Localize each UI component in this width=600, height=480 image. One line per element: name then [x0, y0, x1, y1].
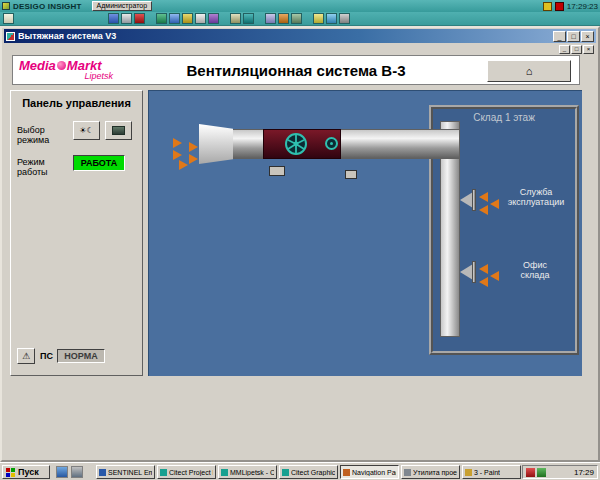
- tray-clock: 17:29: [574, 468, 594, 477]
- fan-impeller-icon[interactable]: [284, 132, 308, 156]
- mdi-strip: _ □ ×: [4, 43, 596, 55]
- taskbar-item-navigation-page[interactable]: Navigation Page: [340, 465, 399, 479]
- page-header: MediaMarkt Lipetsk Вентиляционная систем…: [12, 55, 580, 85]
- alarm-red-icon[interactable]: [555, 2, 564, 11]
- airflow-arrow: [189, 142, 198, 152]
- alarm-warning-icon: ⚠: [22, 351, 30, 361]
- mdi-close-button[interactable]: ×: [583, 45, 594, 54]
- users-icon[interactable]: [278, 13, 289, 24]
- work-mode-indicator: РАБОТА: [73, 155, 125, 171]
- desigo-app-name: DESIGO INSIGHT: [13, 2, 82, 11]
- vent-flange-2: [472, 261, 476, 283]
- app-window: Вытяжная система V3 _ □ × _ □ × MediaMar…: [0, 26, 600, 462]
- control-panel: Панель управления Выбор режима ☀☾ Режим …: [10, 90, 143, 376]
- taskbar-item-project-utility[interactable]: Утилита проекта: [401, 465, 460, 479]
- citect-explorer-icon: [221, 469, 228, 476]
- airflow-arrow: [189, 154, 198, 164]
- close-button[interactable]: ×: [581, 31, 594, 42]
- airflow-arrow: [490, 271, 499, 281]
- airflow-arrow: [479, 192, 488, 202]
- tray-status-icon[interactable]: [537, 468, 546, 477]
- mdi-minimize-button[interactable]: _: [559, 45, 570, 54]
- exit-icon[interactable]: [339, 13, 350, 24]
- settings-icon[interactable]: [291, 13, 302, 24]
- home-icon: ⌂: [526, 65, 533, 77]
- desktop: DESIGO INSIGHT Администратор 17:29:23: [0, 0, 600, 480]
- start-button[interactable]: Пуск: [2, 465, 50, 479]
- log-viewer-icon[interactable]: [156, 13, 167, 24]
- desigo-app-icon: [2, 2, 10, 10]
- sentinel-icon: [99, 469, 106, 476]
- taskbar-item-sentinel[interactable]: SENTINEL Emulator 2007: [96, 465, 155, 479]
- utility-icon: [404, 469, 411, 476]
- duct-sensor-1[interactable]: [269, 166, 285, 176]
- vent1-label: Служба эксплуатации: [496, 187, 576, 208]
- scheduler-icon[interactable]: [182, 13, 193, 24]
- windows-logo-icon: [6, 468, 15, 477]
- status-yellow-icon[interactable]: [543, 2, 552, 11]
- graphics-viewer-icon[interactable]: [243, 13, 254, 24]
- show-desktop-icon[interactable]: [71, 466, 83, 478]
- internet-explorer-icon[interactable]: [56, 466, 68, 478]
- tray-alarm-icon[interactable]: [526, 468, 535, 477]
- database-icon[interactable]: [265, 13, 276, 24]
- alarm-viewer-icon[interactable]: [134, 13, 145, 24]
- taskbar-item-citect-explorer[interactable]: MMLipetsk - Citect Expl...: [218, 465, 277, 479]
- airflow-arrow: [179, 160, 188, 170]
- airflow-arrow: [479, 264, 488, 274]
- sun-moon-icon: ☀☾: [79, 126, 93, 135]
- airflow-arrow: [173, 150, 182, 160]
- help-icon[interactable]: [326, 13, 337, 24]
- airflow-arrow: [173, 138, 182, 148]
- window-title: Вытяжная система V3: [18, 31, 116, 41]
- desigo-title-bar: DESIGO INSIGHT Администратор 17:29:23: [0, 0, 600, 12]
- window-titlebar[interactable]: Вытяжная система V3 _ □ ×: [4, 29, 596, 43]
- topbar-right-group: 17:29:23: [543, 2, 600, 11]
- control-panel-title: Панель управления: [11, 97, 142, 109]
- plant-viewer-icon[interactable]: [121, 13, 132, 24]
- airflow-arrow: [490, 199, 499, 209]
- system-tray: 17:29: [522, 465, 598, 479]
- airflow-arrow: [479, 205, 488, 215]
- trend-viewer-icon[interactable]: [169, 13, 180, 24]
- home-button[interactable]: ⌂: [487, 60, 571, 82]
- calendar-icon[interactable]: [195, 13, 206, 24]
- printer-icon[interactable]: [108, 13, 119, 24]
- taskbar: Пуск SENTINEL Emulator 2007 Citect Proje…: [0, 462, 600, 480]
- citect-editor-icon: [160, 469, 167, 476]
- find-icon[interactable]: [313, 13, 324, 24]
- mode-select-label: Выбор режима: [17, 125, 69, 146]
- topbar-clock: 17:29:23: [567, 2, 598, 11]
- administrator-button[interactable]: Администратор: [92, 1, 153, 11]
- document-icon[interactable]: [3, 13, 14, 24]
- airflow-arrow: [479, 277, 488, 287]
- start-label: Пуск: [18, 467, 39, 477]
- mdi-restore-button[interactable]: □: [571, 45, 582, 54]
- fire-alarm-button[interactable]: ⚠: [17, 348, 35, 364]
- graphics-builder-icon: [282, 469, 289, 476]
- vent-flange-1: [472, 189, 476, 211]
- object-viewer-icon[interactable]: [208, 13, 219, 24]
- fire-alarm-indicator: НОРМА: [57, 349, 105, 363]
- paint-icon: [465, 469, 472, 476]
- maximize-button[interactable]: □: [567, 31, 580, 42]
- display-mode-button[interactable]: [105, 121, 132, 140]
- exhaust-outlet-nozzle: [199, 124, 233, 164]
- window-icon: [6, 32, 15, 41]
- fan-status-indicator[interactable]: [325, 137, 338, 150]
- work-mode-label: Режим работы: [17, 157, 69, 178]
- taskbar-item-project-editor[interactable]: Citect Project Editor [N...: [157, 465, 216, 479]
- duct-sensor-2[interactable]: [345, 170, 357, 179]
- window-controls: _ □ ×: [553, 31, 594, 42]
- taskbar-item-graphics-builder[interactable]: Citect Graphics Builder -...: [279, 465, 338, 479]
- desigo-toolbar: [0, 12, 600, 26]
- taskbar-item-paint[interactable]: 3 - Paint: [462, 465, 521, 479]
- day-night-mode-button[interactable]: ☀☾: [73, 121, 100, 140]
- display-icon: [112, 126, 125, 135]
- vent2-label: Офис склада: [511, 260, 559, 281]
- minimize-button[interactable]: _: [553, 31, 566, 42]
- ventilation-scene: Склад 1 этаж: [148, 90, 582, 376]
- reports-icon[interactable]: [230, 13, 241, 24]
- fire-alarm-label: ПС: [40, 351, 53, 361]
- navigation-page-icon: [343, 469, 350, 476]
